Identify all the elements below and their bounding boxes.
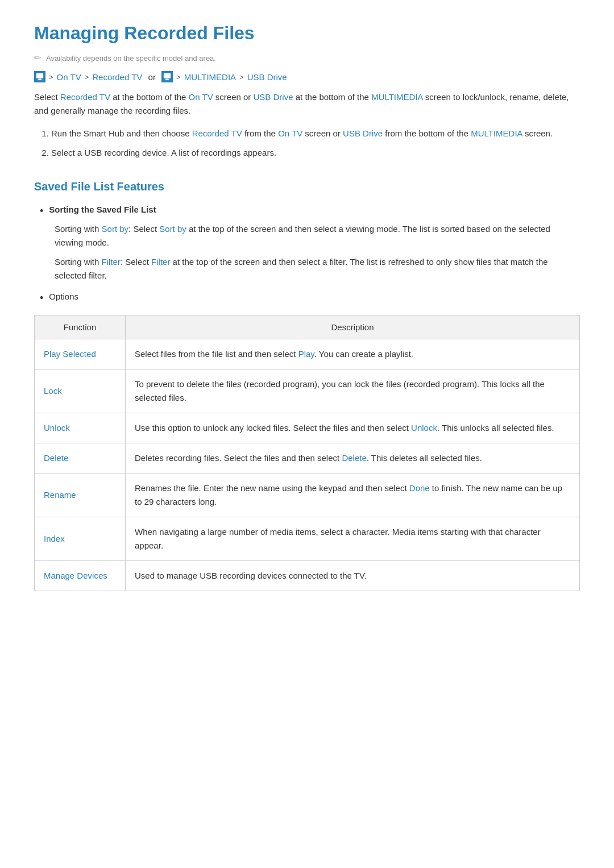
sorting-paragraph-2: Sorting with Filter: Select Filter at th… bbox=[55, 255, 580, 283]
multimedia-icon bbox=[161, 71, 173, 82]
unlock-link: Unlock bbox=[411, 423, 437, 433]
filter-link-1: Filter bbox=[102, 257, 121, 267]
sort-by-link-2: Sort by bbox=[159, 224, 186, 234]
table-row: Index When navigating a large number of … bbox=[35, 517, 580, 561]
on-tv-link[interactable]: On TV bbox=[57, 72, 81, 82]
table-row: Rename Renames the file. Enter the new n… bbox=[35, 474, 580, 517]
svg-rect-0 bbox=[36, 73, 43, 78]
col-description: Description bbox=[126, 315, 580, 339]
options-title: Options bbox=[49, 292, 78, 301]
multimedia-inline: MULTIMEDIA bbox=[371, 92, 423, 102]
chevron-1: > bbox=[49, 73, 53, 81]
chevron-2: > bbox=[85, 73, 89, 81]
table-row: Delete Deletes recording files. Select t… bbox=[35, 443, 580, 474]
svg-rect-1 bbox=[38, 79, 41, 80]
section-title: Saved File List Features bbox=[34, 180, 580, 193]
svg-rect-2 bbox=[38, 80, 43, 80]
fn-unlock: Unlock bbox=[35, 413, 126, 443]
sort-by-link-1: Sort by bbox=[102, 224, 129, 234]
table-row: Manage Devices Used to manage USB record… bbox=[35, 561, 580, 591]
step-2: Select a USB recording device. A list of… bbox=[51, 146, 580, 160]
usb-drive-link[interactable]: USB Drive bbox=[247, 72, 287, 82]
usb-drive-inline: USB Drive bbox=[254, 92, 293, 102]
sorting-title: Sorting the Saved File List bbox=[49, 205, 156, 214]
desc-unlock: Use this option to unlock any locked fil… bbox=[126, 413, 580, 443]
col-function: Function bbox=[35, 315, 126, 339]
delete-link: Delete bbox=[342, 453, 366, 463]
note-text: Availability depends on the specific mod… bbox=[46, 54, 216, 63]
step-1: Run the Smart Hub and then choose Record… bbox=[51, 127, 580, 140]
step1-multimedia: MULTIMEDIA bbox=[471, 128, 522, 138]
options-table: Function Description Play Selected Selec… bbox=[34, 315, 580, 591]
recorded-tv-inline: Recorded TV bbox=[60, 92, 110, 102]
svg-rect-5 bbox=[165, 80, 170, 80]
fn-manage-devices: Manage Devices bbox=[35, 561, 126, 591]
nav-path: > On TV > Recorded TV or > MULTIMEDIA > … bbox=[34, 71, 580, 82]
on-tv-inline: On TV bbox=[189, 92, 213, 102]
sorting-paragraph-1: Sorting with Sort by: Select Sort by at … bbox=[55, 222, 580, 250]
table-row: Unlock Use this option to unlock any loc… bbox=[35, 413, 580, 443]
desc-lock: To prevent to delete the files (recorded… bbox=[126, 369, 580, 413]
desc-play-selected: Select files from the file list and then… bbox=[126, 339, 580, 369]
step1-usb-drive: USB Drive bbox=[343, 128, 383, 138]
step1-recorded-tv: Recorded TV bbox=[192, 128, 242, 138]
table-row: Lock To prevent to delete the files (rec… bbox=[35, 369, 580, 413]
fn-index: Index bbox=[35, 517, 126, 561]
desc-delete: Deletes recording files. Select the file… bbox=[126, 443, 580, 474]
page-title: Managing Recorded Files bbox=[34, 23, 580, 44]
svg-rect-3 bbox=[164, 73, 171, 78]
filter-link-2: Filter bbox=[151, 257, 170, 267]
table-row: Play Selected Select files from the file… bbox=[35, 339, 580, 369]
fn-rename: Rename bbox=[35, 474, 126, 517]
bullet-dot-2: • bbox=[40, 292, 43, 306]
options-section: • Options bbox=[40, 292, 580, 306]
chevron-3: > bbox=[176, 73, 181, 81]
note-icon: ✏ bbox=[34, 53, 42, 63]
desc-index: When navigating a large number of media … bbox=[126, 517, 580, 561]
intro-paragraph: Select Recorded TV at the bottom of the … bbox=[34, 90, 580, 118]
multimedia-link[interactable]: MULTIMEDIA bbox=[184, 72, 236, 82]
sorting-bullet: • Sorting the Saved File List bbox=[40, 205, 580, 219]
desc-rename: Renames the file. Enter the new name usi… bbox=[126, 474, 580, 517]
availability-note: ✏ Availability depends on the specific m… bbox=[34, 53, 580, 63]
nav-or: or bbox=[146, 72, 158, 82]
step1-on-tv: On TV bbox=[278, 128, 302, 138]
sorting-section: • Sorting the Saved File List Sorting wi… bbox=[40, 205, 580, 283]
fn-lock: Lock bbox=[35, 369, 126, 413]
options-bullet: • Options bbox=[40, 292, 580, 306]
steps-list: Run the Smart Hub and then choose Record… bbox=[51, 127, 580, 160]
play-link: Play bbox=[298, 349, 314, 359]
svg-rect-4 bbox=[165, 79, 168, 80]
bullet-dot-1: • bbox=[40, 205, 43, 219]
on-tv-icon bbox=[34, 71, 45, 82]
chevron-4: > bbox=[239, 73, 244, 81]
desc-manage-devices: Used to manage USB recording devices con… bbox=[126, 561, 580, 591]
done-link: Done bbox=[409, 483, 430, 493]
fn-play-selected: Play Selected bbox=[35, 339, 126, 369]
recorded-tv-link[interactable]: Recorded TV bbox=[92, 72, 142, 82]
fn-delete: Delete bbox=[35, 443, 126, 474]
